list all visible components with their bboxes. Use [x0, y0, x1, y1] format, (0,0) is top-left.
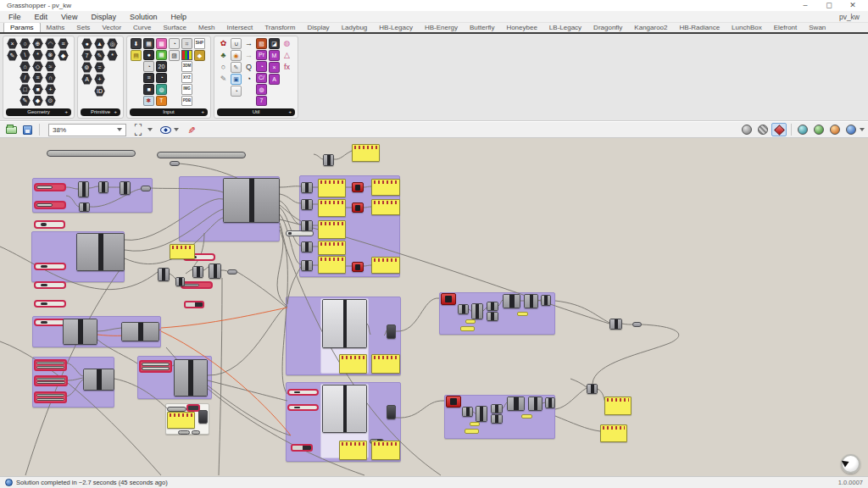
display-mode-4-button[interactable]: [843, 123, 859, 136]
component-icon[interactable]: ◠: [45, 38, 56, 49]
tab-vector[interactable]: Vector: [96, 23, 127, 32]
maximize-button[interactable]: ◻: [817, 0, 841, 11]
component-icon[interactable]: ▤: [131, 50, 142, 61]
mini-panel-node[interactable]: [460, 326, 475, 331]
component-node[interactable]: [301, 199, 313, 210]
component-node[interactable]: [491, 414, 503, 424]
slider-node[interactable]: [178, 430, 190, 435]
minimize-button[interactable]: –: [793, 0, 817, 11]
component-node[interactable]: [587, 384, 598, 394]
tab-display[interactable]: Display: [301, 23, 335, 32]
preview-dropdown-icon[interactable]: [174, 128, 179, 131]
component-node[interactable]: [491, 404, 503, 413]
mini-panel-node[interactable]: [517, 312, 528, 316]
canvas-compass-widget[interactable]: [841, 454, 860, 474]
slider-node[interactable]: [34, 300, 66, 308]
wire-capsule-param[interactable]: [632, 322, 642, 327]
display-mode-3-button[interactable]: [827, 123, 843, 136]
display-mode-1-button[interactable]: [795, 123, 810, 136]
component-icon[interactable]: ♣: [218, 50, 229, 61]
component-icon[interactable]: ◔: [143, 61, 154, 72]
component-icon[interactable]: ▩: [156, 38, 167, 49]
component-icon[interactable]: ✎: [218, 74, 229, 85]
tab-hb-legacy[interactable]: HB-Legacy: [373, 23, 419, 32]
slider-node[interactable]: [34, 319, 66, 326]
component-node[interactable]: [487, 312, 498, 321]
component-node[interactable]: [507, 396, 525, 411]
component-icon[interactable]: Q: [243, 62, 254, 73]
component-icon[interactable]: ○: [218, 62, 229, 73]
component-icon[interactable]: ▣: [231, 74, 242, 85]
panel-node[interactable]: [371, 179, 400, 196]
panel-node[interactable]: [318, 256, 346, 274]
component-icon[interactable]: ≡: [58, 38, 69, 49]
slider-node[interactable]: [184, 301, 204, 308]
tab-swan[interactable]: Swan: [803, 23, 832, 32]
tab-kangaroo2[interactable]: Kangaroo2: [628, 23, 673, 32]
component-icon[interactable]: 7: [256, 96, 267, 107]
component-node[interactable]: [387, 405, 396, 419]
menu-display[interactable]: Display: [91, 13, 116, 21]
component-icon[interactable]: ≡: [32, 73, 43, 84]
component-node[interactable]: [323, 154, 334, 166]
component-icon[interactable]: ◆: [32, 96, 43, 107]
component-icon[interactable]: ⌂: [19, 61, 31, 72]
zoom-extents-dropdown-icon[interactable]: [147, 128, 153, 131]
tab-params[interactable]: Params: [3, 22, 41, 32]
canvas[interactable]: [0, 138, 868, 476]
component-icon[interactable]: ≡: [143, 73, 154, 84]
slider-node[interactable]: [287, 404, 319, 411]
component-icon[interactable]: →: [243, 38, 254, 49]
slider-node[interactable]: [157, 152, 246, 158]
tab-mesh[interactable]: Mesh: [192, 23, 221, 32]
panel-node[interactable]: [167, 412, 195, 429]
mini-panel-node[interactable]: [521, 414, 532, 419]
component-node[interactable]: [487, 302, 498, 311]
component-node[interactable]: [322, 385, 367, 433]
component-node[interactable]: [120, 181, 131, 195]
component-node[interactable]: [158, 268, 170, 281]
component-node[interactable]: [387, 324, 396, 339]
component-icon[interactable]: ◆: [58, 50, 69, 61]
component-icon[interactable]: ○: [19, 38, 31, 49]
slider-node[interactable]: [34, 391, 67, 403]
component-icon[interactable]: *: [107, 50, 118, 61]
component-node[interactable]: [462, 407, 473, 417]
boolean-toggle-node[interactable]: [441, 293, 456, 305]
panel-node[interactable]: [318, 241, 346, 255]
component-node[interactable]: [83, 369, 114, 391]
tab-sets[interactable]: Sets: [70, 23, 96, 32]
component-icon[interactable]: =: [94, 62, 105, 73]
boolean-toggle-node[interactable]: [352, 182, 364, 192]
component-icon[interactable]: [181, 50, 192, 61]
menu-help[interactable]: Help: [170, 13, 186, 21]
component-node[interactable]: [458, 304, 469, 314]
component-node[interactable]: [79, 202, 90, 212]
component-icon[interactable]: ●: [81, 38, 92, 49]
menu-view[interactable]: View: [61, 13, 77, 21]
panel-node[interactable]: [352, 144, 380, 162]
tab-butterfly[interactable]: Butterfly: [464, 23, 500, 32]
component-icon[interactable]: T: [156, 96, 167, 107]
wire-capsule-param[interactable]: [170, 161, 180, 166]
tab-hb-energy[interactable]: HB-Energy: [419, 23, 464, 32]
component-node[interactable]: [503, 294, 520, 308]
component-icon[interactable]: /: [19, 73, 31, 84]
display-mode-2-button[interactable]: [811, 123, 826, 136]
panel-node[interactable]: [371, 441, 400, 460]
component-icon[interactable]: ID: [94, 86, 105, 97]
component-icon[interactable]: *: [32, 50, 43, 61]
slider-node[interactable]: [34, 359, 67, 371]
component-icon[interactable]: ◪: [269, 38, 280, 49]
panel-node[interactable]: [318, 199, 346, 217]
component-icon[interactable]: ✎: [19, 96, 31, 107]
save-file-button[interactable]: [19, 123, 35, 136]
component-icon[interactable]: ◍: [156, 84, 167, 95]
slider-node[interactable]: [139, 360, 172, 373]
component-node[interactable]: [545, 397, 555, 408]
preview-off-button[interactable]: [739, 123, 754, 136]
component-node[interactable]: [301, 220, 313, 231]
slider-node[interactable]: [34, 263, 66, 270]
panel-node[interactable]: [318, 220, 346, 239]
tab-surface[interactable]: Surface: [157, 23, 192, 32]
